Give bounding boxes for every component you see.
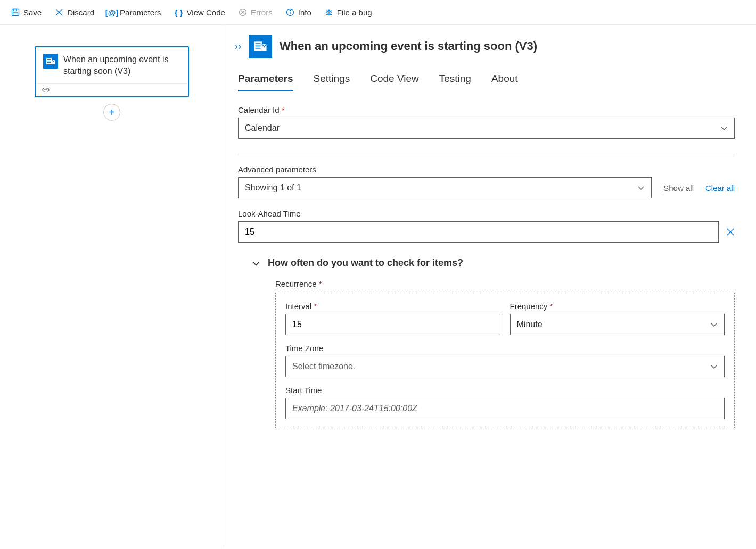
- check-frequency-header[interactable]: How often do you want to check for items…: [252, 257, 735, 269]
- tabs: Parameters Settings Code View Testing Ab…: [238, 73, 735, 91]
- svg-line-18: [331, 14, 332, 15]
- panel-outlook-icon: [249, 35, 272, 58]
- start-time-input[interactable]: [292, 404, 718, 413]
- look-ahead-label: Look-Ahead Time: [238, 209, 735, 218]
- advanced-parameters-label: Advanced parameters: [238, 165, 735, 174]
- errors-button: Errors: [233, 4, 278, 20]
- info-icon: [285, 7, 295, 17]
- look-ahead-input-wrap: [238, 221, 719, 243]
- tab-testing[interactable]: Testing: [439, 73, 471, 91]
- required-icon: *: [314, 302, 317, 311]
- advanced-parameters-value: Showing 1 of 1: [245, 183, 301, 193]
- frequency-select[interactable]: Minute: [510, 314, 725, 335]
- trigger-card[interactable]: When an upcoming event is starting soon …: [35, 46, 189, 97]
- trigger-card-body: When an upcoming event is starting soon …: [36, 47, 188, 83]
- interval-input-wrap: [285, 314, 500, 335]
- tab-code-view[interactable]: Code View: [370, 73, 419, 91]
- discard-button[interactable]: Discard: [49, 4, 100, 20]
- look-ahead-input[interactable]: [245, 227, 712, 237]
- panel-header: ›› When an upcoming event is starting so…: [235, 35, 735, 58]
- code-icon: { }: [174, 7, 184, 17]
- svg-rect-1: [13, 9, 17, 11]
- bug-icon: [324, 7, 334, 17]
- calendar-id-label: Calendar Id *: [238, 105, 735, 114]
- tab-settings[interactable]: Settings: [314, 73, 350, 91]
- chevron-right-icon: ››: [235, 41, 241, 52]
- timezone-placeholder: Select timezone.: [292, 362, 355, 371]
- info-button[interactable]: Info: [280, 4, 317, 20]
- svg-rect-26: [256, 46, 261, 47]
- svg-rect-21: [47, 61, 51, 61]
- save-icon: [11, 7, 20, 17]
- discard-icon: [54, 7, 64, 17]
- errors-label: Errors: [251, 8, 273, 17]
- svg-line-15: [326, 11, 327, 12]
- look-ahead-clear-button[interactable]: [726, 228, 735, 236]
- timezone-label: Time Zone: [285, 344, 725, 353]
- details-panel: ›› When an upcoming event is starting so…: [224, 25, 756, 547]
- recurrence-box: Interval * Frequency * Minute: [275, 293, 735, 428]
- svg-line-17: [326, 14, 327, 15]
- parameters-label: Parameters: [120, 8, 161, 17]
- file-bug-button[interactable]: File a bug: [319, 4, 377, 20]
- required-icon: *: [282, 105, 285, 114]
- view-code-button[interactable]: { } View Code: [169, 4, 231, 20]
- panel-title: When an upcoming event is starting soon …: [280, 39, 537, 53]
- parameters-button[interactable]: [@] Parameters: [102, 4, 167, 20]
- interval-label: Interval *: [285, 302, 500, 311]
- divider: [238, 154, 735, 154]
- advanced-parameters-row: Showing 1 of 1 Show all Clear all: [238, 177, 735, 198]
- calendar-id-select[interactable]: Calendar: [238, 118, 735, 139]
- chevron-down-icon: [710, 364, 718, 369]
- show-all-button[interactable]: Show all: [663, 184, 694, 193]
- outlook-icon: [43, 54, 58, 69]
- interval-input[interactable]: [292, 320, 494, 329]
- info-label: Info: [298, 8, 311, 17]
- required-icon: *: [319, 279, 322, 288]
- designer-canvas: When an upcoming event is starting soon …: [0, 25, 224, 547]
- tab-about[interactable]: About: [491, 73, 518, 91]
- tab-parameters[interactable]: Parameters: [238, 73, 293, 91]
- save-button[interactable]: Save: [5, 4, 47, 20]
- plus-icon: +: [109, 106, 115, 119]
- trigger-card-footer: [36, 83, 188, 96]
- svg-rect-25: [256, 43, 261, 44]
- frequency-label: Frequency *: [510, 302, 725, 311]
- start-time-input-wrap: [285, 398, 725, 419]
- recurrence-section: Recurrence * Interval *: [275, 279, 735, 428]
- main-area: When an upcoming event is starting soon …: [0, 25, 756, 547]
- svg-line-16: [331, 11, 332, 12]
- calendar-id-value: Calendar: [245, 123, 280, 133]
- frequency-value: Minute: [517, 320, 543, 329]
- advanced-parameters-select[interactable]: Showing 1 of 1: [238, 177, 652, 198]
- svg-rect-2: [13, 13, 18, 16]
- recurrence-label: Recurrence *: [275, 279, 735, 288]
- add-step-button[interactable]: +: [103, 104, 120, 121]
- errors-icon: [238, 7, 248, 17]
- parameters-icon: [@]: [107, 7, 117, 17]
- check-frequency-title: How often do you want to check for items…: [268, 257, 463, 269]
- link-icon: [41, 87, 183, 93]
- view-code-label: View Code: [187, 8, 225, 17]
- svg-rect-20: [47, 59, 51, 60]
- discard-label: Discard: [67, 8, 94, 17]
- start-time-label: Start Time: [285, 386, 725, 395]
- close-icon: [726, 228, 735, 236]
- clear-all-button[interactable]: Clear all: [705, 184, 735, 193]
- chevron-down-icon: [710, 322, 718, 327]
- svg-point-10: [290, 10, 290, 11]
- required-icon: *: [550, 302, 553, 311]
- trigger-card-title: When an upcoming event is starting soon …: [63, 54, 180, 77]
- chevron-down-icon: [637, 185, 645, 190]
- svg-rect-22: [47, 62, 51, 63]
- chevron-down-icon: [252, 260, 260, 267]
- look-ahead-group: Look-Ahead Time: [238, 209, 735, 243]
- toolbar: Save Discard [@] Parameters { } View Cod…: [0, 0, 756, 25]
- timezone-select[interactable]: Select timezone.: [285, 356, 725, 377]
- form-area: Calendar Id * Calendar Advanced paramete…: [235, 105, 735, 428]
- collapse-panel-button[interactable]: ››: [235, 41, 241, 52]
- svg-rect-27: [256, 48, 261, 49]
- file-bug-label: File a bug: [337, 8, 372, 17]
- save-label: Save: [23, 8, 42, 17]
- chevron-down-icon: [720, 126, 728, 131]
